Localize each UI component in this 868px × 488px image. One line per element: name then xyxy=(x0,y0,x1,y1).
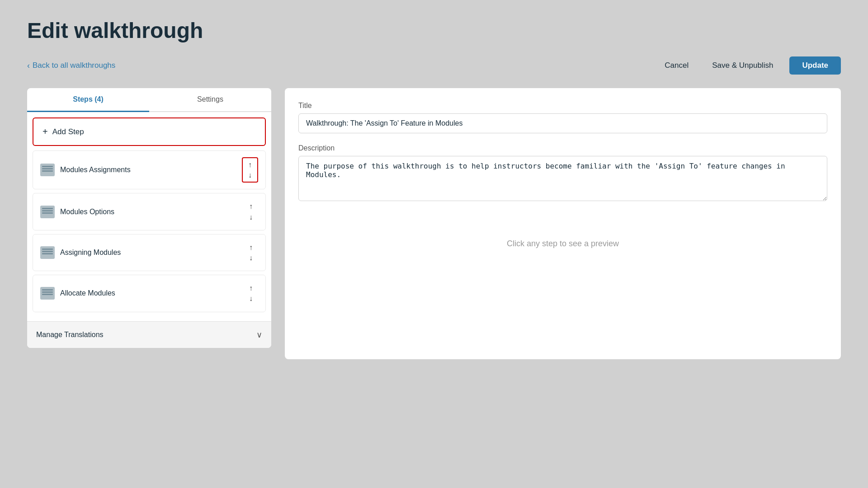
step-arrows-2: ↑ ↓ xyxy=(244,200,258,223)
step-3-down-button[interactable]: ↓ xyxy=(247,253,255,263)
add-step-label: Add Step xyxy=(52,127,84,136)
title-field-group: Title xyxy=(298,102,827,133)
tabs-bar: Steps (4) Settings xyxy=(27,88,271,112)
main-content: Steps (4) Settings + Add Step Modules A xyxy=(27,88,841,359)
step-3-up-button[interactable]: ↑ xyxy=(247,243,255,252)
step-item-3[interactable]: Assigning Modules ↑ ↓ xyxy=(33,234,266,271)
step-icon-3 xyxy=(40,246,55,259)
top-actions: Cancel Save & Unpublish Update xyxy=(657,56,841,75)
step-2-down-button[interactable]: ↓ xyxy=(247,212,255,222)
step-4-up-button[interactable]: ↑ xyxy=(247,283,255,293)
steps-list: + Add Step Modules Assignments ↑ ↓ xyxy=(27,112,271,321)
cancel-button[interactable]: Cancel xyxy=(657,57,696,74)
description-field-group: Description xyxy=(298,144,827,203)
tab-steps[interactable]: Steps (4) xyxy=(27,88,149,112)
update-button[interactable]: Update xyxy=(789,56,841,75)
left-panel: Steps (4) Settings + Add Step Modules A xyxy=(27,88,271,348)
manage-translations-label: Manage Translations xyxy=(36,331,104,339)
page-title: Edit walkthrough xyxy=(27,18,841,43)
step-arrows-3: ↑ ↓ xyxy=(244,241,258,264)
step-2-up-button[interactable]: ↑ xyxy=(247,202,255,211)
add-step-button[interactable]: + Add Step xyxy=(33,117,266,146)
description-textarea[interactable] xyxy=(298,156,827,201)
title-label: Title xyxy=(298,102,827,110)
step-arrows-1: ↑ ↓ xyxy=(242,157,258,183)
chevron-left-icon: ‹ xyxy=(27,61,30,70)
save-unpublish-button[interactable]: Save & Unpublish xyxy=(705,57,780,74)
step-name-3: Assigning Modules xyxy=(60,249,121,257)
back-link-label: Back to all walkthroughs xyxy=(33,61,115,70)
step-4-down-button[interactable]: ↓ xyxy=(247,294,255,303)
step-name-4: Allocate Modules xyxy=(60,289,115,297)
preview-hint: Click any step to see a preview xyxy=(298,239,827,249)
chevron-down-icon: ∨ xyxy=(256,330,262,340)
description-label: Description xyxy=(298,144,827,152)
step-arrows-4: ↑ ↓ xyxy=(244,282,258,305)
step-icon-4 xyxy=(40,287,55,300)
step-name-2: Modules Options xyxy=(60,208,114,216)
tab-settings[interactable]: Settings xyxy=(149,88,271,112)
step-1-up-button[interactable]: ↑ xyxy=(246,160,254,169)
title-input[interactable] xyxy=(298,113,827,133)
step-item-1[interactable]: Modules Assignments ↑ ↓ xyxy=(33,150,266,189)
step-item-4[interactable]: Allocate Modules ↑ ↓ xyxy=(33,275,266,312)
step-name-1: Modules Assignments xyxy=(60,166,131,174)
back-link[interactable]: ‹ Back to all walkthroughs xyxy=(27,61,115,70)
step-icon-1 xyxy=(40,164,55,176)
step-1-down-button[interactable]: ↓ xyxy=(246,170,254,180)
right-panel: Title Description Click any step to see … xyxy=(285,88,841,359)
top-bar: ‹ Back to all walkthroughs Cancel Save &… xyxy=(27,56,841,75)
plus-icon: + xyxy=(42,127,48,137)
manage-translations[interactable]: Manage Translations ∨ xyxy=(27,321,271,348)
step-icon-2 xyxy=(40,206,55,218)
step-item-2[interactable]: Modules Options ↑ ↓ xyxy=(33,193,266,230)
